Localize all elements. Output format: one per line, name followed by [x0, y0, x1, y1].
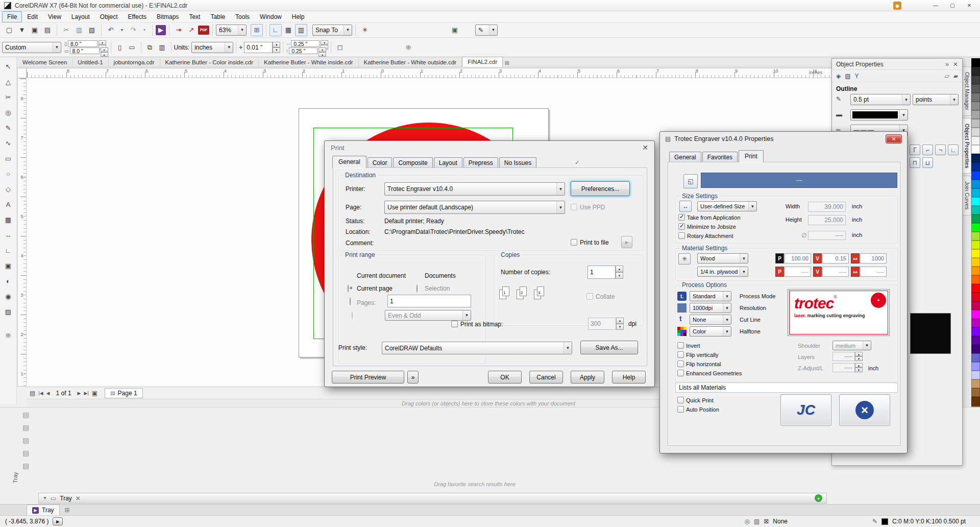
- cancel-button[interactable]: Cancel: [529, 371, 563, 384]
- material-icon-button[interactable]: ✳: [678, 253, 691, 265]
- save-icon[interactable]: ▣: [29, 24, 41, 36]
- status-flyout-button[interactable]: ▶: [53, 517, 63, 525]
- show-rulers-icon[interactable]: ∟: [270, 24, 282, 36]
- fill-color-preview[interactable]: [910, 313, 951, 354]
- print-preview-flyout-button[interactable]: »: [407, 371, 419, 384]
- paste-icon[interactable]: ▧: [86, 24, 98, 36]
- last-page-icon[interactable]: ▶|: [84, 391, 88, 396]
- palette-swatch[interactable]: [971, 119, 980, 128]
- docker-collapse-icon[interactable]: »: [945, 61, 949, 68]
- enhanced-geometries-checkbox[interactable]: [677, 370, 684, 376]
- palette-swatch[interactable]: [971, 319, 980, 327]
- palette-swatch[interactable]: [971, 379, 980, 388]
- print-dialog-tab[interactable]: No Issues: [499, 157, 536, 168]
- ok-button[interactable]: OK: [488, 371, 522, 384]
- corner-bevel-icon[interactable]: ¬: [935, 145, 946, 155]
- polygon-tool-icon[interactable]: ◇: [3, 184, 14, 195]
- dimension-tool-icon[interactable]: ↔: [3, 230, 14, 241]
- palette-swatch[interactable]: [971, 249, 980, 258]
- print-as-bitmap-checkbox[interactable]: [451, 321, 458, 327]
- duplicate-x-field[interactable]: 0.25 ": [291, 40, 320, 47]
- page-flyout-icon[interactable]: ▤: [30, 390, 35, 397]
- menu-item[interactable]: Effects: [123, 11, 152, 22]
- palette-swatch[interactable]: [971, 371, 980, 379]
- palette-swatch[interactable]: [971, 93, 980, 102]
- height-field[interactable]: 25.000: [808, 215, 846, 225]
- docker-side-tab[interactable]: Join Curves: [962, 176, 971, 215]
- page-tab[interactable]: ▤ Page 1: [105, 388, 143, 398]
- document-tab[interactable]: Katherine Butler - White inside.cdr: [259, 58, 359, 67]
- palette-swatch[interactable]: [971, 293, 980, 301]
- pages-radio[interactable]: [352, 312, 353, 320]
- new-document-icon[interactable]: ▢: [3, 24, 15, 36]
- pdf-icon[interactable]: PDF: [198, 26, 209, 35]
- docker-side-tab[interactable]: Object Properties: [962, 118, 971, 174]
- current-page-radio[interactable]: [350, 297, 351, 305]
- text-tool-icon[interactable]: A: [3, 199, 14, 210]
- transparency-section-icon[interactable]: Y: [855, 73, 859, 80]
- menu-item[interactable]: Help: [287, 11, 310, 22]
- bitmap-dpi-field[interactable]: 300: [588, 318, 616, 330]
- palette-swatch[interactable]: [971, 188, 980, 197]
- ellipse-tool-icon[interactable]: ○: [3, 169, 14, 179]
- tray-window-tab[interactable]: ▶ Tray: [27, 505, 60, 515]
- document-tab[interactable]: Katherine Butler - White outside.cdr: [359, 58, 462, 67]
- print-style-combo[interactable]: CorelDRAW Defaults▼: [382, 342, 572, 354]
- workspace-tool-combo[interactable]: ✎▼: [475, 25, 498, 36]
- menu-item[interactable]: Edit: [22, 11, 43, 22]
- flip-vertically-checkbox[interactable]: [677, 351, 684, 358]
- interactive-fill-tool-icon[interactable]: ▨: [3, 306, 14, 317]
- palette-swatch[interactable]: [971, 136, 980, 145]
- palette-swatch[interactable]: [971, 162, 980, 171]
- page-width-spinner[interactable]: ▾▴: [99, 40, 106, 47]
- crop-tool-icon[interactable]: ✂: [3, 92, 14, 103]
- snap-status-icon[interactable]: ◎: [744, 518, 749, 525]
- palette-swatch[interactable]: [971, 310, 980, 319]
- fill-section-icon[interactable]: ▨: [845, 73, 850, 80]
- palette-swatch[interactable]: [971, 102, 980, 110]
- rectangle-tool-icon[interactable]: ▭: [3, 153, 14, 164]
- even-odd-combo[interactable]: Even & Odd▼: [385, 310, 471, 321]
- eyedropper-tool-icon[interactable]: ◉: [3, 291, 14, 302]
- page-size-preset-combo[interactable]: Custom▼: [2, 42, 61, 53]
- power-value[interactable]: 100.00: [785, 253, 811, 264]
- vertical-ruler[interactable]: 87654321: [17, 78, 27, 387]
- print-dialog-tab[interactable]: Prepress: [463, 157, 498, 168]
- open-icon[interactable]: ▼: [16, 24, 28, 36]
- outline-width-combo[interactable]: 0.5 pt▼: [850, 94, 911, 105]
- document-tab[interactable]: FINAL2.cdr: [462, 57, 503, 67]
- units-combo[interactable]: inches▼: [191, 42, 233, 53]
- shape-tool-icon[interactable]: △: [3, 77, 14, 87]
- tray-item-icon[interactable]: ▤: [22, 436, 29, 444]
- palette-swatch[interactable]: [971, 275, 980, 284]
- tray-item-icon[interactable]: ▤: [22, 449, 29, 457]
- ruler-origin[interactable]: [17, 68, 27, 78]
- palette-swatch[interactable]: [971, 267, 980, 275]
- palette-swatch[interactable]: [971, 258, 980, 267]
- menu-item[interactable]: File: [2, 11, 22, 22]
- nudge-spinner[interactable]: ▲▼: [273, 42, 280, 53]
- menu-item[interactable]: Table: [205, 11, 230, 22]
- page-width-field[interactable]: 8.0 ": [68, 40, 97, 47]
- palette-swatch[interactable]: [971, 362, 980, 371]
- jobcontrol-button[interactable]: JC: [780, 394, 831, 426]
- portrait-icon[interactable]: ▯: [114, 41, 126, 54]
- documents-radio[interactable]: [416, 284, 418, 293]
- document-tab[interactable]: Katherine Butler - Color inside.cdr: [160, 58, 259, 67]
- diameter-field[interactable]: ----: [808, 231, 846, 240]
- z-adjust-field[interactable]: ----: [832, 363, 855, 372]
- palette-swatch[interactable]: [971, 353, 980, 362]
- tray-add-icon[interactable]: +: [815, 494, 822, 502]
- landscape-icon[interactable]: ▭: [126, 41, 138, 54]
- menu-item[interactable]: Tools: [230, 11, 255, 22]
- page-height-field[interactable]: 8.0 ": [70, 47, 100, 54]
- corner-round-icon[interactable]: ⌐: [922, 145, 933, 155]
- show-grid-icon[interactable]: ▦: [282, 24, 295, 36]
- add-toolbar-icon[interactable]: ⊕: [402, 41, 414, 54]
- menu-item[interactable]: Bitmaps: [152, 11, 184, 22]
- zoom-tool-icon[interactable]: ◎: [3, 107, 14, 118]
- palette-swatch[interactable]: [971, 336, 980, 345]
- material-group-combo[interactable]: Wood▼: [697, 253, 748, 264]
- freehand-tool-icon[interactable]: ✎: [3, 123, 14, 133]
- print-to-file-options-button[interactable]: ▸: [621, 236, 632, 248]
